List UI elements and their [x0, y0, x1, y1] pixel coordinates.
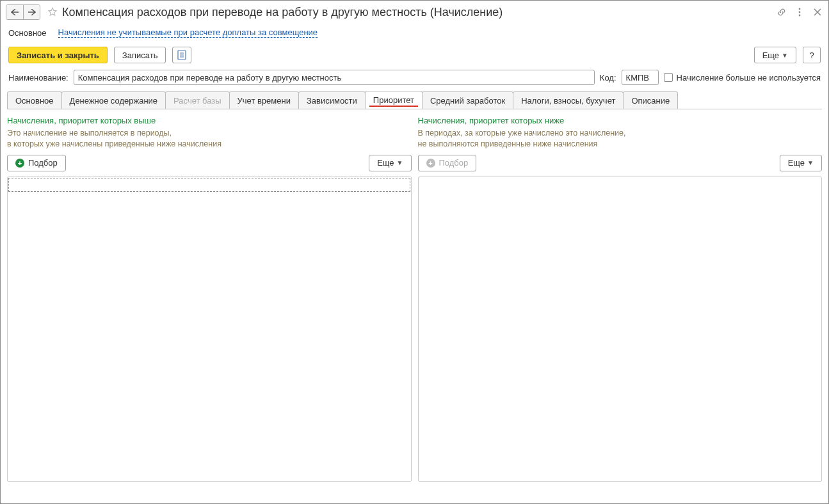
- plus-icon: +: [15, 159, 24, 168]
- tab-priority[interactable]: Приоритет: [365, 91, 423, 109]
- save-label: Записать: [122, 51, 158, 60]
- svg-point-1: [799, 12, 801, 13]
- lower-more-button[interactable]: Еще▼: [780, 155, 822, 171]
- svg-point-0: [799, 8, 801, 10]
- window-title: Компенсация расходов при переводе на раб…: [62, 6, 503, 19]
- caret-down-icon: ▼: [807, 159, 814, 166]
- section-current: Основное: [8, 28, 47, 38]
- lower-grid[interactable]: [418, 177, 823, 482]
- save-button[interactable]: Записать: [114, 47, 166, 63]
- more-button[interactable]: Еще▼: [754, 47, 796, 63]
- higher-desc: Это начисление не выполняется в периоды,…: [7, 128, 412, 150]
- tab-tax[interactable]: Налоги, взносы, бухучет: [513, 91, 624, 109]
- lower-priority-pane: Начисления, приоритет которых ниже В пер…: [418, 116, 823, 482]
- higher-pick-label: Подбор: [28, 158, 58, 168]
- help-button[interactable]: ?: [803, 47, 821, 63]
- close-icon[interactable]: [812, 6, 823, 18]
- lower-title: Начисления, приоритет которых ниже: [418, 116, 823, 125]
- save-and-close-label: Записать и закрыть: [17, 51, 99, 60]
- code-field[interactable]: [622, 70, 659, 85]
- arrow-left-icon: [11, 9, 19, 15]
- help-label: ?: [809, 51, 814, 60]
- link-icon[interactable]: [776, 6, 787, 18]
- higher-grid[interactable]: [7, 177, 412, 482]
- caret-down-icon: ▼: [782, 52, 788, 59]
- table-row[interactable]: [8, 178, 410, 192]
- name-field[interactable]: [74, 70, 595, 85]
- favorite-star-icon[interactable]: [47, 6, 58, 18]
- list-icon: [177, 50, 186, 60]
- tab-base: Расчет базы: [165, 91, 230, 109]
- arrow-right-icon: [28, 9, 36, 15]
- code-label: Код:: [600, 73, 616, 83]
- higher-pick-button[interactable]: + Подбор: [7, 155, 66, 171]
- no-longer-used-label: Начисление больше не используется: [677, 73, 821, 83]
- tab-main[interactable]: Основное: [7, 91, 62, 109]
- tab-time[interactable]: Учет времени: [229, 91, 299, 109]
- no-longer-used-checkbox[interactable]: [664, 73, 673, 82]
- save-and-close-button[interactable]: Записать и закрыть: [8, 47, 108, 63]
- plus-icon: +: [426, 159, 435, 168]
- higher-priority-pane: Начисления, приоритет которых выше Это н…: [7, 116, 412, 482]
- kebab-menu-icon[interactable]: [794, 6, 805, 18]
- tab-pay[interactable]: Денежное содержание: [61, 91, 166, 109]
- svg-point-2: [799, 15, 801, 17]
- lower-desc: В периодах, за которые уже начислено это…: [418, 128, 823, 150]
- section-link-extra[interactable]: Начисления не учитываемые при расчете до…: [58, 28, 318, 38]
- higher-more-button[interactable]: Еще▼: [369, 155, 411, 171]
- report-button[interactable]: [172, 47, 191, 63]
- more-label: Еще: [762, 51, 779, 60]
- tab-desc[interactable]: Описание: [623, 91, 678, 109]
- nav-back-button[interactable]: [6, 5, 23, 19]
- name-label: Наименование:: [8, 73, 68, 83]
- lower-pick-label: Подбор: [439, 158, 469, 168]
- caret-down-icon: ▼: [397, 159, 403, 166]
- nav-forward-button[interactable]: [23, 5, 40, 19]
- higher-title: Начисления, приоритет которых выше: [7, 116, 412, 125]
- lower-pick-button: + Подбор: [418, 155, 477, 171]
- tab-deps[interactable]: Зависимости: [298, 91, 366, 109]
- tab-avg[interactable]: Средний заработок: [422, 91, 513, 109]
